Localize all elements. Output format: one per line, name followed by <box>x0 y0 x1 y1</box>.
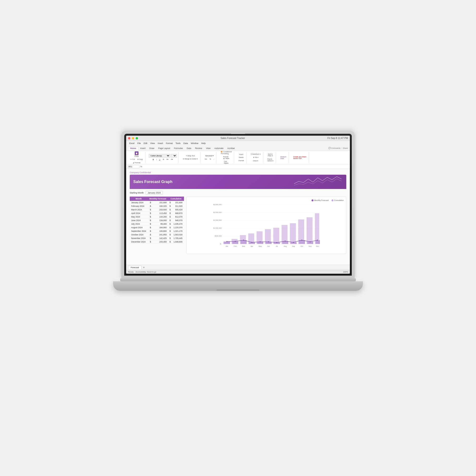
underline-btn[interactable]: U <box>158 158 161 161</box>
adobe-acrobat-btn[interactable]: Create and ShareAdobe PDF <box>292 155 307 160</box>
chart-legend: Monthly Forecast Cumulative <box>189 199 344 201</box>
font-size-select[interactable]: 12 <box>171 154 177 157</box>
bold-btn[interactable]: B <box>152 158 155 161</box>
close-button[interactable] <box>128 137 130 139</box>
cell-month[interactable]: June 2024 <box>130 219 148 222</box>
cell-monthly[interactable]: 134,000 <box>153 219 168 222</box>
menu-bar: Excel File Edit View Insert Format Tools… <box>126 141 350 146</box>
analyze-data-btn[interactable]: AnalyzeData <box>279 155 287 160</box>
cell-monthly[interactable]: 241,850 <box>153 233 168 237</box>
cell-cumulative[interactable]: 1,321,170 <box>172 229 184 233</box>
share-btn[interactable]: ↑ Share <box>341 147 348 149</box>
cell-monthly[interactable]: 184,900 <box>153 226 168 229</box>
sort-filter-btn[interactable]: Sort &Filter ▾ <box>267 153 274 157</box>
cell-month[interactable]: February 2024 <box>130 204 148 208</box>
formula-input[interactable] <box>143 166 348 167</box>
cell-month[interactable]: March 2024 <box>130 208 148 212</box>
menu-tools[interactable]: Tools <box>174 142 182 145</box>
font-family-select[interactable]: Calibri (Body) <box>149 154 170 157</box>
cell-monthly[interactable]: 89,400 <box>153 222 168 226</box>
autosum-btn[interactable]: Σ AutoSum ▾ <box>250 153 262 156</box>
font-color-btn[interactable]: A▾ <box>170 158 174 161</box>
add-sheet-button[interactable]: + <box>142 266 146 269</box>
cell-month[interactable]: July 2024 <box>130 222 148 226</box>
cell-month[interactable]: December 2024 <box>130 240 148 244</box>
cell-monthly[interactable]: 160,320 <box>153 204 168 208</box>
status-right: 100% <box>343 271 348 273</box>
cell-dollar2: $ <box>168 237 172 240</box>
cell-month[interactable]: May 2024 <box>130 215 148 219</box>
tab-draw[interactable]: Draw <box>148 147 156 150</box>
sheet-tab-forecast[interactable]: Forecast <box>128 266 142 269</box>
menu-excel[interactable]: Excel <box>128 142 136 145</box>
menu-insert[interactable]: Insert <box>156 142 164 145</box>
copy-btn[interactable]: ⧉ Copy <box>136 158 144 161</box>
accounting-btn[interactable]: $ ▾ <box>204 158 208 161</box>
cell-cumulative[interactable]: 311,920 <box>172 204 184 208</box>
tab-page-layout[interactable]: Page Layout <box>156 147 172 150</box>
cell-monthly[interactable]: 113,450 <box>153 212 168 215</box>
paste-btn[interactable]: 📋 Paste <box>134 151 140 157</box>
tab-review[interactable]: Review <box>193 147 204 150</box>
cell-cumulative[interactable]: 1,563,020 <box>172 233 184 237</box>
tab-automate[interactable]: Automate <box>213 147 226 150</box>
cell-month[interactable]: April 2024 <box>130 212 148 215</box>
cell-cumulative[interactable]: 668,870 <box>172 212 184 215</box>
fill-color-btn[interactable]: A▾ <box>166 158 170 161</box>
percent-btn[interactable]: % <box>208 158 212 161</box>
italic-btn[interactable]: I <box>155 158 157 161</box>
cell-monthly[interactable]: 243,500 <box>153 208 168 212</box>
cell-cumulative[interactable]: 1,705,445 <box>172 237 184 240</box>
maximize-button[interactable] <box>136 137 138 139</box>
delete-btn[interactable]: Delete <box>238 156 244 159</box>
cell-monthly[interactable]: 100,800 <box>153 229 168 233</box>
format-painter-btn[interactable]: 🖌 Format <box>132 161 141 164</box>
cell-month[interactable]: September 2024 <box>130 229 148 233</box>
menu-view[interactable]: View <box>149 142 156 145</box>
format-as-table-btn[interactable]: Formatas Table <box>222 155 230 160</box>
wrap-text-btn[interactable]: ≡ Wrap Text <box>185 154 196 157</box>
menu-help[interactable]: Help <box>200 142 207 145</box>
fill-btn[interactable]: ⬇ Fill ▾ <box>252 156 259 159</box>
cell-cumulative[interactable]: 1,035,470 <box>172 222 184 226</box>
tab-data[interactable]: Data <box>185 147 193 150</box>
starting-month-value[interactable]: January 2024 <box>146 191 163 195</box>
menu-edit[interactable]: Edit <box>143 142 149 145</box>
cell-monthly[interactable]: 151,600 <box>153 201 168 204</box>
tab-home[interactable]: Home <box>128 146 138 150</box>
menu-data[interactable]: Data <box>182 142 189 145</box>
clear-btn[interactable]: Clear ▾ <box>252 159 259 162</box>
cell-cumulative[interactable]: 1,948,845 <box>172 240 184 244</box>
minimize-button[interactable] <box>132 137 134 139</box>
menu-format[interactable]: Format <box>165 142 174 145</box>
tab-insert[interactable]: Insert <box>138 147 148 150</box>
cell-monthly[interactable]: 142,425 <box>153 237 168 240</box>
menu-window[interactable]: Window <box>189 142 200 145</box>
cell-cumulative[interactable]: 1,220,370 <box>172 226 184 229</box>
tab-acrobat[interactable]: Acrobat <box>225 147 237 150</box>
comments-btn[interactable]: 💬 Comments <box>328 147 340 149</box>
cell-month[interactable]: October 2024 <box>130 233 148 237</box>
menu-file[interactable]: File <box>136 142 142 145</box>
border-btn[interactable]: ⊞ <box>162 158 165 161</box>
insert-btn[interactable]: Insert <box>238 153 244 156</box>
tab-formulas[interactable]: Formulas <box>172 147 185 150</box>
cell-cumulative[interactable]: 812,070 <box>172 215 184 219</box>
find-select-btn[interactable]: Find &Select ▾ <box>267 158 274 162</box>
cut-btn[interactable]: ✂ Cut <box>130 158 136 161</box>
cell-cumulative[interactable]: 555,420 <box>172 208 184 212</box>
format-btn[interactable]: Format <box>238 159 245 162</box>
name-box[interactable]: B51 <box>128 165 139 168</box>
comma-btn[interactable]: , <box>213 158 215 161</box>
cell-cumulative[interactable]: 946,070 <box>172 219 184 222</box>
tab-view[interactable]: View <box>204 147 212 150</box>
cell-monthly[interactable]: 243,400 <box>153 240 168 244</box>
cell-month[interactable]: January 2024 <box>130 201 148 204</box>
cell-month[interactable]: August 2024 <box>130 226 148 229</box>
conditional-formatting-btn[interactable]: 🎨 ConditionalFormatting <box>220 151 233 155</box>
cell-month[interactable]: November 2024 <box>130 237 148 240</box>
cell-monthly[interactable]: 143,200 <box>153 215 168 219</box>
merge-center-btn[interactable]: ⊟ Merge & Center ▾ <box>182 157 199 160</box>
cell-cumulative[interactable]: 151,600 <box>172 201 184 204</box>
cell-styles-btn[interactable]: CellStyles <box>223 160 229 165</box>
